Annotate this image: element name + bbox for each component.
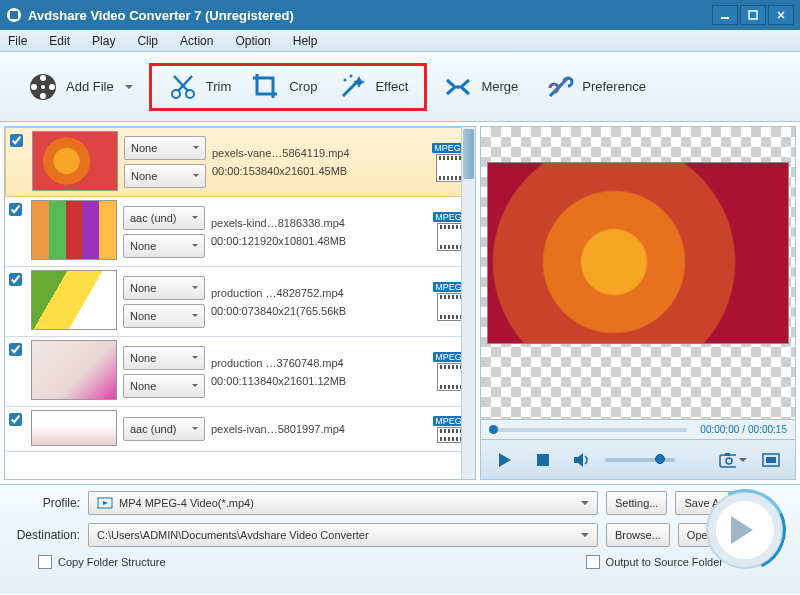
file-row[interactable]: None None production …3760748.mp4 00:00:… xyxy=(5,337,475,407)
trim-label: Trim xyxy=(206,79,232,94)
file-thumbnail[interactable] xyxy=(32,131,118,191)
audio-track-combo[interactable]: aac (und) xyxy=(123,206,205,230)
file-row[interactable]: aac (und) pexels-ivan…5801997.mp4 MPEG4 xyxy=(5,407,475,452)
menubar: File Edit Play Clip Action Option Help xyxy=(0,30,800,52)
edit-tools-highlight: Trim Crop Effect xyxy=(149,63,428,111)
chevron-down-icon xyxy=(125,85,133,93)
window-title: Avdshare Video Converter 7 (Unregistered… xyxy=(28,8,710,23)
svg-marker-29 xyxy=(103,501,108,505)
tools-icon xyxy=(544,72,574,102)
merge-label: Merge xyxy=(481,79,518,94)
volume-knob[interactable] xyxy=(655,454,665,464)
file-row[interactable]: None None production …4828752.mp4 00:00:… xyxy=(5,267,475,337)
setting-button[interactable]: Setting... xyxy=(606,491,667,515)
trim-button[interactable]: Trim xyxy=(158,68,242,106)
effect-label: Effect xyxy=(375,79,408,94)
svg-rect-23 xyxy=(720,455,736,467)
output-source-checkbox[interactable]: Output to Source Folder xyxy=(586,555,723,569)
bottom-panel: Profile: MP4 MPEG-4 Video(*.mp4) Setting… xyxy=(0,484,800,594)
svg-rect-21 xyxy=(537,454,549,466)
audio-track-combo[interactable]: None xyxy=(123,346,205,370)
file-meta: 00:00:073840x21(765.56kB xyxy=(211,305,425,317)
snapshot-button[interactable] xyxy=(719,448,747,472)
subtitle-track-combo[interactable]: None xyxy=(124,164,206,188)
file-checkbox[interactable] xyxy=(9,273,22,286)
svg-point-11 xyxy=(41,85,45,89)
preview-viewport[interactable] xyxy=(480,126,796,420)
file-checkbox[interactable] xyxy=(10,134,23,147)
add-file-button[interactable]: Add File xyxy=(18,68,143,106)
file-thumbnail[interactable] xyxy=(31,410,117,446)
main-area: None None pexels-vane…5864119.mp4 00:00:… xyxy=(0,122,800,484)
file-thumbnail[interactable] xyxy=(31,270,117,330)
destination-combo[interactable]: C:\Users\ADMIN\Documents\Avdshare Video … xyxy=(88,523,598,547)
video-icon xyxy=(97,496,113,510)
svg-rect-3 xyxy=(749,11,757,19)
merge-icon xyxy=(443,72,473,102)
preview-panel: 00:00:00 / 00:00:15 xyxy=(480,126,796,480)
menu-clip[interactable]: Clip xyxy=(137,34,158,48)
magic-wand-icon xyxy=(337,72,367,102)
stop-button[interactable] xyxy=(529,448,557,472)
menu-action[interactable]: Action xyxy=(180,34,213,48)
scissors-icon xyxy=(168,72,198,102)
file-row[interactable]: None None pexels-vane…5864119.mp4 00:00:… xyxy=(5,127,475,197)
file-checkbox[interactable] xyxy=(9,343,22,356)
convert-button[interactable] xyxy=(706,491,784,569)
svg-rect-2 xyxy=(721,17,729,19)
svg-point-19 xyxy=(456,85,460,89)
play-button[interactable] xyxy=(491,448,519,472)
file-meta: 00:00:113840x21601.12MB xyxy=(211,375,425,387)
seek-slider[interactable] xyxy=(489,428,687,432)
preview-frame xyxy=(487,162,789,344)
toolbar: Add File Trim Crop Effect Merge Preferen… xyxy=(0,52,800,122)
profile-combo[interactable]: MP4 MPEG-4 Video(*.mp4) xyxy=(88,491,598,515)
file-row[interactable]: aac (und) None pexels-kind…8186338.mp4 0… xyxy=(5,197,475,267)
audio-track-combo[interactable]: None xyxy=(123,276,205,300)
preview-controls xyxy=(480,440,796,480)
file-checkbox[interactable] xyxy=(9,203,22,216)
file-name: pexels-kind…8186338.mp4 xyxy=(211,217,425,229)
file-meta: 00:00:121920x10801.48MB xyxy=(211,235,425,247)
audio-track-combo[interactable]: aac (und) xyxy=(123,417,205,441)
browse-button[interactable]: Browse... xyxy=(606,523,670,547)
menu-file[interactable]: File xyxy=(8,34,27,48)
svg-marker-20 xyxy=(499,453,511,467)
effect-button[interactable]: Effect xyxy=(327,68,418,106)
file-name: pexels-vane…5864119.mp4 xyxy=(212,147,424,159)
audio-track-combo[interactable]: None xyxy=(124,136,206,160)
volume-icon[interactable] xyxy=(567,448,595,472)
subtitle-track-combo[interactable]: None xyxy=(123,234,205,258)
seek-knob[interactable] xyxy=(489,425,498,434)
maximize-button[interactable] xyxy=(740,5,766,25)
time-total: 00:00:15 xyxy=(748,424,787,435)
copy-folder-checkbox[interactable]: Copy Folder Structure xyxy=(38,555,166,569)
minimize-button[interactable] xyxy=(712,5,738,25)
time-bar: 00:00:00 / 00:00:15 xyxy=(480,420,796,440)
play-icon xyxy=(731,516,767,544)
svg-point-18 xyxy=(350,74,353,77)
subtitle-track-combo[interactable]: None xyxy=(123,304,205,328)
svg-rect-27 xyxy=(766,457,776,463)
menu-help[interactable]: Help xyxy=(293,34,318,48)
file-thumbnail[interactable] xyxy=(31,340,117,400)
svg-point-9 xyxy=(40,93,46,99)
crop-button[interactable]: Crop xyxy=(241,68,327,106)
menu-edit[interactable]: Edit xyxy=(49,34,70,48)
chevron-down-icon xyxy=(739,458,747,466)
close-button[interactable] xyxy=(768,5,794,25)
menu-play[interactable]: Play xyxy=(92,34,115,48)
subtitle-track-combo[interactable]: None xyxy=(123,374,205,398)
menu-option[interactable]: Option xyxy=(235,34,270,48)
file-thumbnail[interactable] xyxy=(31,200,117,260)
file-checkbox[interactable] xyxy=(9,413,22,426)
svg-marker-22 xyxy=(574,453,583,467)
scrollbar-thumb[interactable] xyxy=(463,129,474,179)
volume-slider[interactable] xyxy=(605,458,675,462)
merge-button[interactable]: Merge xyxy=(433,68,528,106)
file-list-scrollbar[interactable] xyxy=(461,127,475,479)
fullscreen-button[interactable] xyxy=(757,448,785,472)
crop-label: Crop xyxy=(289,79,317,94)
svg-rect-25 xyxy=(725,453,730,456)
preference-button[interactable]: Preference xyxy=(534,68,656,106)
